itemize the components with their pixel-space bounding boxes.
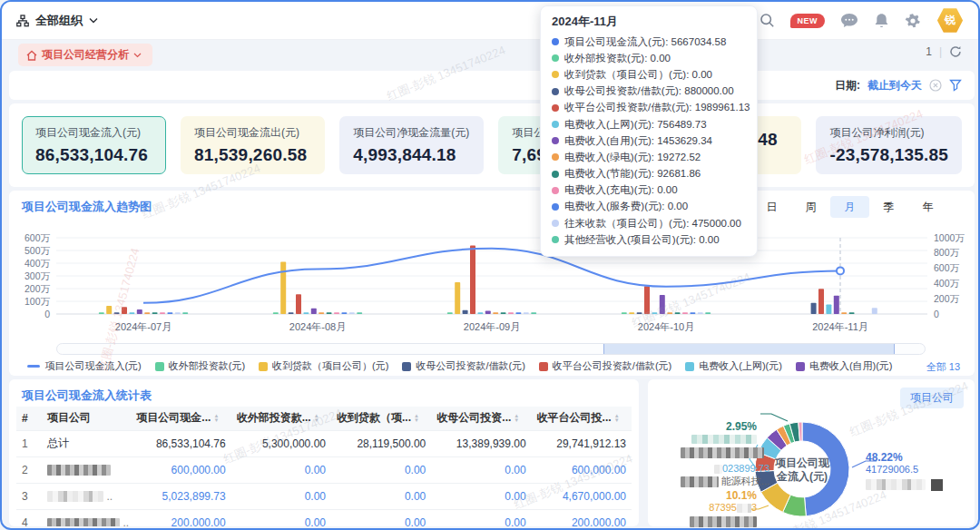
callout-yellow: 10.1% 873953 <box>675 490 757 527</box>
redacted-name <box>681 447 764 458</box>
callout-blue-pct: 48.22% <box>866 452 970 464</box>
date-filter-value[interactable]: 截止到今天 <box>867 78 922 93</box>
clear-filter-icon[interactable] <box>929 79 942 92</box>
bell-icon[interactable] <box>874 13 889 29</box>
filter-funnel-icon[interactable] <box>949 79 962 92</box>
tooltip-item-text: 其他经营收入(项目公司)(元): 0.00 <box>564 233 720 247</box>
table-header-项目公司现金...[interactable]: 项目公司现金...▲▼ <box>131 407 230 430</box>
svg-text:600万: 600万 <box>934 262 960 273</box>
search-icon[interactable] <box>760 13 775 28</box>
table-row[interactable]: 3 ..5,023,899.730.000.000.004,670,000.00 <box>16 483 632 509</box>
legend-label: 收到贷款（项目公司）(元) <box>272 359 388 373</box>
legend-label: 收平台公司投资款/借款(元) <box>553 359 671 373</box>
date-filter-label: 日期: <box>835 78 860 93</box>
svg-text:400万: 400万 <box>24 258 51 269</box>
period-tab-周[interactable]: 周 <box>791 196 830 218</box>
sort-caret-icon[interactable]: ▲▼ <box>213 414 219 423</box>
sort-caret-icon[interactable]: ▲▼ <box>614 414 620 423</box>
value-cell: 0.00 <box>331 483 431 509</box>
chat-icon[interactable] <box>840 13 858 29</box>
period-tab-日[interactable]: 日 <box>752 196 791 218</box>
kpi-card-title: 项目公司净现金流量(元) <box>353 125 470 141</box>
value-cell: 86,533,104.76 <box>131 430 230 456</box>
series-dot <box>552 220 559 227</box>
period-tab-年[interactable]: 年 <box>908 196 947 218</box>
sort-caret-icon[interactable]: ▲▼ <box>414 414 419 423</box>
period-tab-季[interactable]: 季 <box>869 196 908 218</box>
legend-label: 电费收入(上网)(元) <box>699 359 782 373</box>
kpi-card-value: -23,578,135.85 <box>829 145 948 165</box>
table-row[interactable]: 2600,000.000.000.000.00600,000.00 <box>16 456 632 483</box>
trend-chart[interactable]: 0100万200万300万400万500万600万0200万400万600万80… <box>15 229 969 339</box>
kpi-card-6[interactable]: 项目公司净利润(元)-23,578,135.85 <box>816 116 962 174</box>
table-header-收平台公司投...[interactable]: 收平台公司投...▲▼ <box>532 407 632 430</box>
callout-blue-value: 41729006.5 <box>866 464 970 476</box>
svg-text:2024年-09月: 2024年-09月 <box>464 321 520 332</box>
table-header-收母公司投资...[interactable]: 收母公司投资...▲▼ <box>431 407 531 430</box>
divider: | <box>939 45 942 58</box>
kpi-card-1[interactable]: 项目公司现金流入(元)86,533,104.76 <box>22 116 166 174</box>
kpi-card-title: 项目公司现金流入(元) <box>35 125 152 141</box>
series-dot <box>552 104 559 112</box>
table-header-收外部投资款...[interactable]: 收外部投资款...▲▼ <box>231 407 331 430</box>
row-index: 3 <box>16 483 42 509</box>
tab-label: 项目公司经营分析 <box>42 47 129 63</box>
legend-item[interactable]: 项目公司现金流入(元) <box>27 359 141 373</box>
series-dot <box>552 71 559 78</box>
refresh-icon[interactable] <box>949 45 962 58</box>
new-badge[interactable]: NEW <box>790 14 826 28</box>
series-dot <box>552 137 559 144</box>
legend-more-link[interactable]: 全部 13 <box>926 360 960 374</box>
org-selector[interactable]: 全部组织 <box>16 13 98 29</box>
table-row[interactable]: 4 ..200,000.000.000.000.00200,000.00 <box>16 509 632 526</box>
table-header-项目公司: 项目公司 <box>42 407 131 430</box>
tooltip-item: 电费收入(上网)(元): 756489.73 <box>552 116 746 132</box>
legend-label: 收外部投资款(元) <box>169 359 245 373</box>
legend-item[interactable]: 收到贷款（项目公司）(元) <box>259 359 388 373</box>
tooltip-item: 项目公司现金流入(元): 5667034.58 <box>552 34 746 50</box>
page-number: 1 <box>926 45 932 58</box>
legend-label: 收母公司投资款/借款(元) <box>416 359 524 373</box>
table-row[interactable]: 1总计86,533,104.765,300,000.0028,119,500.0… <box>16 430 632 456</box>
chart-zoom-slider[interactable] <box>56 343 926 355</box>
tooltip-item: 其他经营收入(项目公司)(元): 0.00 <box>552 231 746 248</box>
zoom-slider-selection[interactable] <box>603 344 894 354</box>
redacted-company-name <box>47 491 103 502</box>
legend-item[interactable]: 收外部投资款(元) <box>155 359 245 373</box>
sort-caret-icon[interactable]: ▲▼ <box>514 414 519 423</box>
value-cell: 5,023,899.73 <box>131 483 230 509</box>
legend-item[interactable]: 电费收入(自用)(元) <box>796 359 893 373</box>
tooltip-item: 电费收入(节能)(元): 92681.86 <box>552 166 746 182</box>
filter-toolbar: 日期: 截止到今天 <box>9 71 975 100</box>
kpi-card-2[interactable]: 项目公司现金流出(元)81,539,260.58 <box>181 116 325 174</box>
series-dot <box>552 203 559 211</box>
callout-teal: 2.95% <box>681 421 757 458</box>
value-cell: 600,000.00 <box>532 456 632 483</box>
table-header-收到贷款（项...[interactable]: 收到贷款（项...▲▼ <box>331 407 431 430</box>
svg-text:100万: 100万 <box>24 296 51 307</box>
svg-text:0: 0 <box>44 309 50 319</box>
series-dot <box>552 187 559 194</box>
tooltip-item-text: 收母公司投资款/借款(元): 880000.00 <box>564 84 734 98</box>
row-index: 1 <box>16 430 42 456</box>
tooltip-item-text: 电费收入(节能)(元): 92681.86 <box>564 167 701 181</box>
legend-item[interactable]: 电费收入(上网)(元) <box>685 359 782 373</box>
svg-text:2024年-08月: 2024年-08月 <box>289 321 346 332</box>
legend-item[interactable]: 收平台公司投资款/借款(元) <box>539 359 671 373</box>
period-tab-月[interactable]: 月 <box>830 196 869 218</box>
avatar[interactable]: 锐 <box>936 7 964 34</box>
sort-caret-icon[interactable]: ▲▼ <box>314 414 319 423</box>
tab-project-company-analysis[interactable]: 项目公司经营分析 <box>18 44 152 66</box>
svg-text:2024年-07月: 2024年-07月 <box>115 321 172 332</box>
chevron-down-icon <box>133 53 142 58</box>
company-name-cell <box>42 456 131 483</box>
gear-icon[interactable] <box>905 13 921 29</box>
redacted-digit <box>714 465 722 474</box>
hover-marker <box>837 267 844 274</box>
value-cell: 0.00 <box>231 509 331 526</box>
kpi-card-value: 86,533,104.76 <box>35 145 152 165</box>
legend-item[interactable]: 收母公司投资款/借款(元) <box>402 359 524 373</box>
kpi-card-3[interactable]: 项目公司净现金流量(元)4,993,844.18 <box>339 116 484 174</box>
label-leader-line <box>760 414 788 421</box>
redacted-name <box>681 476 719 487</box>
